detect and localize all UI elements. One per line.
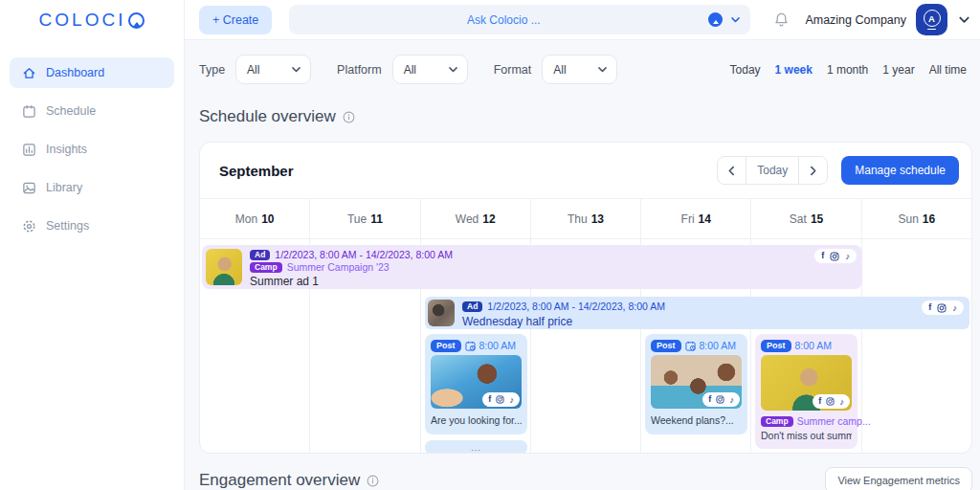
banner-body: Ad 1/2/2023, 8:00 AM - 14/2/2023, 8:00 A… [250, 245, 453, 289]
range-today[interactable]: Today [730, 63, 761, 77]
gear-icon [22, 219, 36, 234]
main-area: + Create Amazing Company A [185, 0, 980, 490]
create-button[interactable]: + Create [199, 6, 272, 34]
range-1-week[interactable]: 1 week [775, 63, 813, 77]
filters-row: Type All Platform All Format All Today [199, 55, 972, 84]
platform-icons-pill: f ♪ [814, 249, 857, 263]
sidebar-item-insights[interactable]: Insights [10, 134, 174, 165]
schedule-calendar-card: September Today Manage schedule Mon10 [199, 142, 972, 454]
calendar-nav-group: Today [717, 156, 828, 185]
post-badge: Post [651, 340, 681, 352]
facebook-icon: f [928, 303, 931, 312]
sidebar-item-label: Schedule [46, 104, 96, 118]
sidebar: COLOCI Dashboard Schedule Insights Libra… [0, 0, 185, 490]
search-input[interactable] [299, 13, 708, 27]
instagram-icon [937, 303, 947, 313]
info-icon[interactable] [367, 475, 379, 487]
calendar-header: September Today Manage schedule [200, 143, 971, 198]
tiktok-icon: ♪ [845, 252, 850, 260]
schedule-overview-header: Schedule overview [199, 105, 972, 128]
day-header-tue: Tue11 [310, 199, 420, 238]
day-header-row: Mon10 Tue11 Wed12 Thu13 Fri14 Sat15 Sun1… [200, 198, 971, 239]
platform-filter-select[interactable]: All [392, 55, 468, 84]
logo-o-icon [128, 12, 145, 29]
schedule-overview-title: Schedule overview [199, 107, 336, 126]
post-header: Post 8:00 AM [651, 339, 742, 352]
info-icon[interactable] [343, 111, 355, 123]
next-week-button[interactable] [799, 157, 827, 184]
campaign-name: Summer camp... [797, 415, 871, 427]
company-name: Amazing Company [805, 13, 906, 27]
app-root: COLOCI Dashboard Schedule Insights Libra… [0, 0, 980, 490]
post-caption: Don't miss out summ... [761, 430, 852, 441]
day-header-mon: Mon10 [200, 199, 310, 238]
post-time: 8:00 AM [700, 340, 737, 351]
topbar: + Create Amazing Company A [185, 0, 980, 40]
sidebar-item-label: Insights [46, 143, 87, 156]
campaign-name: Summer Campaign '23 [287, 261, 390, 274]
camp-badge: Camp [761, 416, 793, 427]
format-filter-select[interactable]: All [542, 55, 617, 84]
engagement-overview-title: Engagement overview [199, 471, 360, 490]
post-image: f ♪ [431, 355, 522, 409]
sidebar-item-settings[interactable]: Settings [10, 211, 174, 241]
manage-schedule-button[interactable]: Manage schedule [841, 156, 959, 185]
sidebar-nav: Dashboard Schedule Insights Library Sett… [0, 57, 184, 241]
instagram-icon [830, 252, 839, 261]
prev-week-button[interactable] [718, 157, 746, 184]
post-card-saturday[interactable]: Post 8:00 AM f ♪ Camp Summe [755, 334, 858, 449]
facebook-icon: f [708, 395, 711, 404]
bell-icon[interactable] [773, 11, 790, 28]
tiktok-icon: ♪ [729, 395, 734, 404]
sidebar-item-library[interactable]: Library [10, 172, 174, 203]
sidebar-item-dashboard[interactable]: Dashboard [10, 57, 174, 88]
campaign-banner-summer-ad[interactable]: Ad 1/2/2023, 8:00 AM - 14/2/2023, 8:00 A… [202, 245, 862, 289]
account-menu-chevron-icon[interactable] [958, 13, 970, 26]
day-header-sun: Sun16 [862, 199, 971, 238]
colocio-logo: COLOCI [0, 0, 184, 40]
range-all-time[interactable]: All time [929, 63, 967, 77]
banner-dates: 1/2/2023, 8:00 AM - 14/2/2023, 8:00 AM [275, 249, 453, 261]
calendar-grid: Ad 1/2/2023, 8:00 AM - 14/2/2023, 8:00 A… [200, 239, 971, 454]
bar-chart-icon [22, 143, 36, 157]
post-header: Post 8:00 AM [761, 339, 852, 352]
post-caption: Are you looking for... [431, 414, 522, 426]
sidebar-item-schedule[interactable]: Schedule [10, 96, 174, 126]
platform-icons-pill: f ♪ [482, 392, 520, 407]
campaign-thumbnail [428, 300, 455, 326]
instagram-icon [826, 397, 835, 406]
platform-filter-label: Platform [337, 63, 382, 77]
campaign-banner-wednesday-half-price[interactable]: Ad 1/2/2023, 8:00 AM - 14/2/2023, 8:00 A… [425, 297, 969, 329]
search-bar [289, 5, 750, 34]
more-posts-pill[interactable]: ... [425, 440, 527, 454]
instagram-icon [716, 395, 724, 404]
sidebar-item-label: Library [46, 181, 82, 194]
sidebar-item-label: Dashboard [46, 66, 104, 79]
platform-icons-pill: f ♪ [702, 392, 740, 407]
campaign-thumbnail [206, 249, 242, 285]
format-filter-label: Format [494, 63, 532, 77]
company-avatar[interactable]: A [916, 4, 947, 35]
post-card-friday[interactable]: Post 8:00 AM f ♪ Weekend plans?... [645, 334, 747, 434]
banner-title: Summer ad 1 [250, 275, 453, 288]
search-scope-chevron-icon[interactable] [730, 14, 741, 25]
post-campaign-line: Camp Summer camp... [761, 415, 852, 427]
range-1-year[interactable]: 1 year [882, 63, 914, 77]
type-filter-label: Type [199, 63, 225, 77]
day-header-sat: Sat15 [751, 199, 861, 238]
type-filter-select[interactable]: All [235, 55, 311, 84]
range-1-month[interactable]: 1 month [827, 63, 868, 77]
tiktok-icon: ♪ [839, 397, 844, 406]
today-button[interactable]: Today [746, 157, 799, 184]
home-icon [22, 66, 36, 80]
calendar-month-label: September [219, 163, 294, 179]
colocio-orb-icon[interactable] [708, 12, 723, 27]
platform-icons-pill: f ♪ [813, 394, 850, 409]
post-caption: Weekend plans?... [651, 414, 742, 426]
post-card-wednesday[interactable]: Post 8:00 AM f ♪ Are you looking for... [425, 334, 527, 434]
chevron-down-icon [448, 64, 458, 75]
time-range-tabs: Today 1 week 1 month 1 year All time [730, 63, 972, 77]
banner-dates: 1/2/2023, 8:00 AM - 14/2/2023, 8:00 AM [487, 301, 665, 313]
tiktok-icon: ♪ [509, 395, 514, 404]
view-engagement-metrics-button[interactable]: View Engagement metrics [825, 467, 972, 490]
